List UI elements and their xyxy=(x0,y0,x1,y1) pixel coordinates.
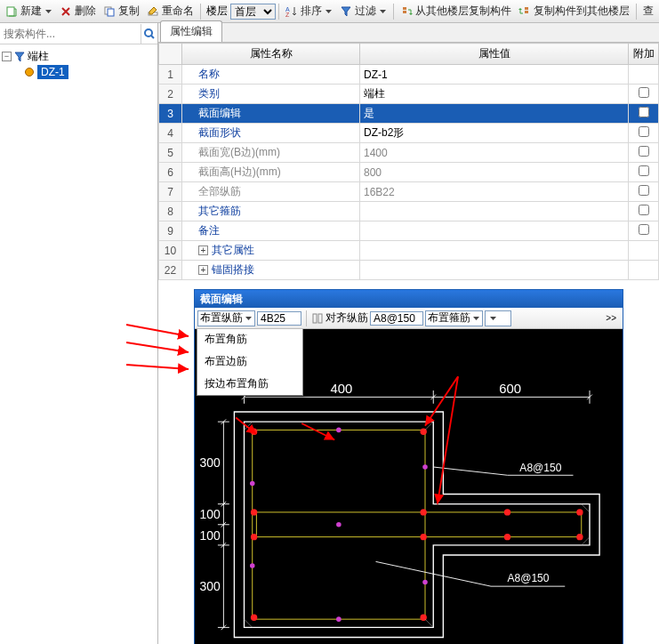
prop-value-cell[interactable] xyxy=(360,241,629,261)
prop-value-cell[interactable] xyxy=(360,202,629,221)
addon-checkbox[interactable] xyxy=(639,107,649,117)
main-toolbar: 新建 删除 复制 重命名 楼层 首层 AZ 排序 过滤 从其他楼层复制构件 复制… xyxy=(0,0,659,23)
layout-stirrup-label: 布置箍筋 xyxy=(428,310,470,326)
property-row[interactable]: 5截面宽(B边)(mm)1400 xyxy=(159,143,659,163)
prop-value-cell[interactable] xyxy=(360,261,629,280)
prop-name-cell: 名称 xyxy=(182,65,360,85)
prop-addon-cell[interactable] xyxy=(629,143,659,163)
right-panel: 属性编辑 属性名称 属性值 附加 1名称DZ-12类别端柱3截面编辑是4截面形状… xyxy=(158,23,659,644)
layout-rebar-combo[interactable]: 布置纵筋 xyxy=(197,310,255,326)
prop-addon-cell[interactable] xyxy=(629,241,659,261)
search-input[interactable] xyxy=(0,26,141,42)
cad-canvas[interactable]: 布置角筋 布置边筋 按边布置角筋 xyxy=(195,329,623,644)
floor-select[interactable]: 首层 xyxy=(230,4,276,20)
prop-addon-cell[interactable] xyxy=(629,221,659,241)
sort-button[interactable]: AZ 排序 xyxy=(282,2,336,20)
prop-addon-cell[interactable] xyxy=(629,261,659,280)
svg-line-58 xyxy=(425,376,458,426)
addon-checkbox[interactable] xyxy=(639,165,649,176)
svg-point-34 xyxy=(422,580,428,585)
svg-line-39 xyxy=(425,619,433,627)
addon-checkbox[interactable] xyxy=(639,185,649,196)
property-row[interactable]: 10+其它属性 xyxy=(159,241,659,261)
copy-button[interactable]: 复制 xyxy=(100,2,143,20)
property-table: 属性名称 属性值 附加 1名称DZ-12类别端柱3截面编辑是4截面形状DZ-b2… xyxy=(158,43,659,280)
prop-addon-cell[interactable] xyxy=(629,182,659,202)
dim-100b: 100 xyxy=(200,528,221,543)
svg-point-22 xyxy=(420,534,426,540)
addon-checkbox[interactable] xyxy=(639,224,649,235)
expand-icon[interactable]: + xyxy=(198,246,208,255)
prop-value-cell[interactable]: 800 xyxy=(360,163,629,182)
rename-button[interactable]: 重命名 xyxy=(143,2,197,20)
prop-name-cell: 截面宽(B边)(mm) xyxy=(182,143,360,163)
property-row[interactable]: 22+锚固搭接 xyxy=(159,261,659,280)
prop-addon-cell[interactable] xyxy=(629,163,659,182)
expand-icon[interactable]: + xyxy=(198,265,208,275)
prop-value-cell[interactable]: 1400 xyxy=(360,143,629,163)
property-row[interactable]: 1名称DZ-1 xyxy=(159,65,659,85)
dim-300b: 300 xyxy=(200,579,221,593)
col-header-value: 属性值 xyxy=(360,44,629,65)
svg-text:Z: Z xyxy=(285,12,290,18)
prop-value-cell[interactable]: 端柱 xyxy=(360,85,629,104)
prop-addon-cell[interactable] xyxy=(629,202,659,221)
delete-button[interactable]: 删除 xyxy=(56,2,100,20)
property-row[interactable]: 4截面形状DZ-b2形 xyxy=(159,124,659,143)
delete-label: 删除 xyxy=(75,4,96,19)
collapse-icon[interactable]: − xyxy=(2,52,12,61)
prop-value-cell[interactable]: DZ-1 xyxy=(360,65,629,85)
filter-icon xyxy=(14,52,25,62)
new-button[interactable]: 新建 xyxy=(2,2,56,20)
prop-name-cell: 备注 xyxy=(182,221,360,241)
copy-to-floor-button[interactable]: 复制构件到其他楼层 xyxy=(515,2,633,20)
svg-line-11 xyxy=(126,325,189,336)
prop-value-cell[interactable]: 16B22 xyxy=(360,182,629,202)
prop-addon-cell[interactable] xyxy=(629,65,659,85)
addon-checkbox[interactable] xyxy=(639,146,649,157)
stirrup-value-input[interactable] xyxy=(370,311,423,326)
prop-value-cell[interactable]: 是 xyxy=(360,104,629,124)
filter-button[interactable]: 过滤 xyxy=(336,2,390,20)
search-button[interactable] xyxy=(141,24,157,44)
row-num: 4 xyxy=(159,124,182,143)
menu-edge-rebar[interactable]: 布置边筋 xyxy=(197,350,302,373)
copy-from-floor-button[interactable]: 从其他楼层复制构件 xyxy=(397,2,515,20)
more-button[interactable]: >> xyxy=(602,313,620,323)
menu-corner-by-edge[interactable]: 按边布置角筋 xyxy=(197,373,302,395)
tab-property-edit[interactable]: 属性编辑 xyxy=(160,20,222,42)
prop-addon-cell[interactable] xyxy=(629,85,659,104)
property-row[interactable]: 7全部纵筋16B22 xyxy=(159,182,659,202)
align-icon[interactable] xyxy=(311,312,324,325)
prop-value-cell[interactable]: DZ-b2形 xyxy=(360,124,629,143)
tree-item-dz1[interactable]: DZ-1 xyxy=(25,65,156,79)
svg-line-12 xyxy=(126,342,189,352)
main-area: − 端柱 DZ-1 属性编辑 属性名称 属性值 附加 1名 xyxy=(0,23,659,644)
stirrup-type-combo[interactable] xyxy=(485,310,511,326)
svg-point-31 xyxy=(250,481,255,487)
property-row[interactable]: 2类别端柱 xyxy=(159,85,659,104)
svg-rect-7 xyxy=(403,11,406,13)
component-tree: − 端柱 DZ-1 xyxy=(0,44,157,83)
addon-checkbox[interactable] xyxy=(639,126,649,137)
addon-checkbox[interactable] xyxy=(639,87,649,98)
prop-addon-cell[interactable] xyxy=(629,124,659,143)
col-header-index xyxy=(159,44,182,65)
property-row[interactable]: 9备注 xyxy=(159,221,659,241)
svg-line-56 xyxy=(236,418,256,435)
prop-value-cell[interactable] xyxy=(360,221,629,241)
align-rebar-label[interactable]: 对齐纵筋 xyxy=(325,310,368,326)
rebar-value-input[interactable] xyxy=(257,311,301,326)
svg-point-32 xyxy=(250,563,255,568)
prop-addon-cell[interactable] xyxy=(629,104,659,124)
property-row[interactable]: 6截面高(H边)(mm)800 xyxy=(159,163,659,182)
property-row[interactable]: 8其它箍筋 xyxy=(159,202,659,221)
svg-line-13 xyxy=(126,365,189,369)
property-row[interactable]: 3截面编辑是 xyxy=(159,104,659,124)
layout-stirrup-combo[interactable]: 布置箍筋 xyxy=(425,310,483,326)
svg-rect-0 xyxy=(7,7,14,16)
check-button[interactable]: 查 xyxy=(639,2,657,20)
addon-checkbox[interactable] xyxy=(639,205,649,215)
menu-corner-rebar[interactable]: 布置角筋 xyxy=(197,329,302,350)
tree-root[interactable]: − 端柱 xyxy=(2,48,156,65)
